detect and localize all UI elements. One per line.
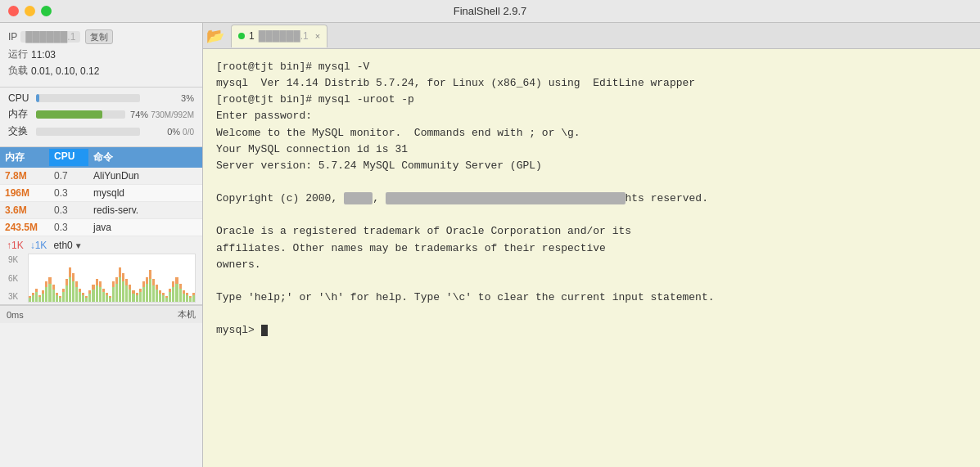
chart-bar-38 — [156, 285, 158, 302]
chart-bar-6 — [48, 277, 51, 302]
metrics-section: CPU 3% 内存 74% 730M/992M 交换 — [0, 88, 202, 147]
network-header: ↑1K ↓1K eth0 ▼ — [7, 240, 196, 251]
chart-bar-46 — [183, 290, 185, 302]
process-row-1: 196M 0.3 mysqld — [0, 185, 202, 202]
mem-value: 74% 730M/992M — [130, 110, 194, 119]
chart-bar-32 — [136, 293, 138, 302]
chart-bar-24 — [109, 296, 111, 302]
process-table: 7.8M 0.7 AliYunDun 196M 0.3 mysqld 3.6M … — [0, 168, 202, 236]
minimize-button[interactable] — [25, 6, 35, 16]
chart-bar-29 — [125, 279, 128, 302]
mem-progress-container — [36, 110, 125, 119]
app-title: FinalShell 2.9.7 — [454, 5, 527, 17]
chart-bar-49 — [192, 293, 195, 302]
chart-bar-33 — [139, 289, 142, 302]
mem-metric-row: 内存 74% 730M/992M — [8, 107, 194, 121]
tab-dot — [238, 33, 245, 39]
uptime-value: 11:03 — [31, 49, 56, 61]
net-label-9k: 9K — [8, 255, 26, 264]
net-dropdown-icon[interactable]: ▼ — [75, 241, 83, 250]
chart-bar-41 — [165, 296, 168, 302]
swap-metric-row: 交换 0% 0/0 — [8, 124, 194, 138]
proc-mem-0: 7.8M — [0, 168, 49, 183]
chart-bar-31 — [132, 290, 134, 302]
ip-row: IP ██████.1 复制 — [8, 29, 194, 44]
redacted-1: ████ — [344, 192, 373, 204]
process-row-0: 7.8M 0.7 AliYunDun — [0, 168, 202, 185]
swap-value: 0% 0/0 — [145, 127, 194, 137]
chart-bar-2 — [35, 289, 38, 302]
chart-bar-16 — [82, 293, 84, 302]
uptime-row: 运行 11:03 — [8, 47, 194, 61]
swap-label: 交换 — [8, 124, 31, 138]
terminal-line-7: Server version: 5.7.24 MySQL Community S… — [216, 158, 967, 174]
load-label: 负载 — [8, 64, 28, 78]
tab-host: ██████.1 — [259, 30, 309, 42]
tab-1[interactable]: 1 ██████.1 × — [231, 25, 327, 47]
chart-bar-11 — [65, 279, 68, 302]
chart-bar-10 — [62, 289, 65, 302]
terminal-line-6: Your MySQL connection id is 31 — [216, 141, 967, 158]
chart-bar-42 — [169, 289, 171, 302]
cursor — [261, 325, 268, 336]
sidebar-info: IP ██████.1 复制 运行 11:03 负载 0.01, 0.10, 0… — [0, 23, 202, 88]
chart-bar-3 — [38, 295, 41, 302]
chart-bar-17 — [85, 296, 88, 302]
chart-bar-14 — [75, 281, 78, 302]
chart-bar-44 — [175, 277, 178, 302]
chart-bar-27 — [119, 267, 121, 302]
col-mem-header: 内存 — [0, 149, 49, 166]
net-labels: 9K 6K 3K — [7, 254, 28, 303]
maximize-button[interactable] — [41, 6, 52, 16]
chart-bar-15 — [79, 289, 81, 302]
chart-bar-19 — [92, 285, 94, 302]
net-down: ↓1K — [30, 240, 47, 251]
net-chart: 9K 6K 3K — [7, 254, 196, 303]
proc-cmd-1: mysqld — [88, 186, 202, 200]
cpu-progress-container — [36, 94, 140, 102]
folder-icon[interactable]: 📂 — [206, 27, 224, 45]
copy-button[interactable]: 复制 — [85, 29, 113, 44]
chart-bar-43 — [172, 281, 174, 302]
cpu-value: 3% — [145, 93, 194, 103]
net-label-6k: 6K — [8, 274, 26, 283]
terminal-line-13: owners. — [216, 257, 967, 273]
proc-mem-2: 3.6M — [0, 203, 49, 218]
chart-bar-36 — [149, 270, 151, 302]
titlebar: FinalShell 2.9.7 — [0, 0, 980, 23]
load-row: 负载 0.01, 0.10, 0.12 — [8, 64, 194, 78]
chart-bar-4 — [42, 290, 44, 302]
proc-cpu-0: 0.7 — [49, 168, 88, 183]
mem-progress-fill — [36, 110, 102, 119]
ip-label: IP — [8, 31, 17, 43]
chart-bar-26 — [115, 277, 118, 302]
terminal-line-5: Welcome to the MySQL monitor. Commands e… — [216, 125, 967, 141]
terminal-line-10 — [216, 207, 967, 223]
chart-bar-37 — [152, 279, 155, 302]
chart-bar-0 — [29, 296, 31, 302]
net-iface: eth0 — [53, 240, 72, 251]
terminal-area: 📂 1 ██████.1 × [root@tjt bin]# mysql -V … — [203, 23, 980, 467]
chart-bar-25 — [112, 281, 115, 302]
cpu-metric-row: CPU 3% — [8, 92, 194, 104]
proc-mem-3: 243.5M — [0, 220, 49, 235]
terminal-line-12: affiliates. Other names may be trademark… — [216, 240, 967, 257]
chart-bar-18 — [88, 290, 91, 302]
chart-bars — [28, 254, 196, 303]
terminal-content[interactable]: [root@tjt bin]# mysql -V mysql Ver 14.14… — [203, 49, 980, 467]
tab-close-icon[interactable]: × — [315, 31, 320, 41]
process-row-2: 3.6M 0.3 redis-serv. — [0, 202, 202, 219]
chart-bar-47 — [186, 293, 188, 302]
mem-label: 内存 — [8, 107, 31, 121]
window-controls — [8, 6, 52, 16]
proc-cmd-3: java — [88, 220, 202, 235]
chart-bar-20 — [96, 279, 98, 302]
chart-bar-12 — [69, 267, 71, 302]
chart-bar-8 — [56, 293, 58, 302]
terminal-prompt-line[interactable]: mysql> — [216, 322, 967, 339]
chart-bar-7 — [52, 285, 55, 302]
chart-bar-28 — [122, 273, 124, 302]
close-button[interactable] — [8, 6, 19, 16]
net-label-3k: 3K — [8, 292, 26, 301]
chart-bar-13 — [72, 273, 75, 302]
